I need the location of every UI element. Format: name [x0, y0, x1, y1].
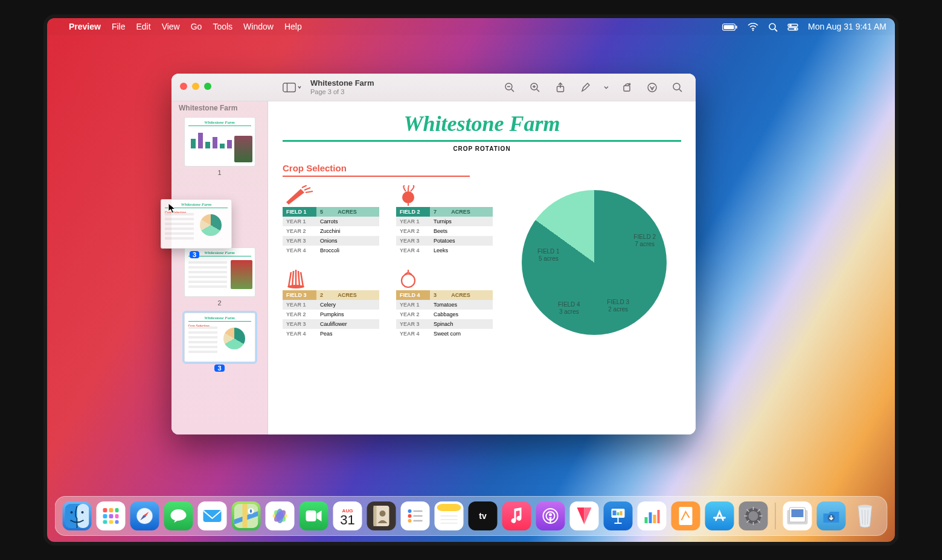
dock-settings[interactable]: [739, 501, 768, 530]
dock-safari[interactable]: [130, 501, 159, 530]
svg-rect-73: [620, 511, 623, 515]
page-title: Whitestone Farm: [283, 111, 681, 136]
markup-menu-chevron-icon[interactable]: [601, 78, 611, 97]
celery-icon: [283, 269, 379, 289]
dragging-thumbnail: Whitestone Farm Crop Selection 3: [161, 199, 231, 249]
dock-pages[interactable]: [671, 501, 700, 530]
svg-point-31: [82, 511, 84, 514]
svg-rect-29: [77, 504, 89, 528]
thumbnails-sidebar[interactable]: Whitestone Farm Whitestone Farm 1 Whites…: [171, 74, 268, 434]
svg-point-9: [794, 28, 796, 30]
dock-downloads[interactable]: [817, 501, 846, 530]
dock-keynote[interactable]: [604, 501, 633, 530]
spotlight-icon[interactable]: [768, 21, 778, 31]
dock-finder[interactable]: [63, 501, 92, 530]
svg-rect-72: [617, 512, 620, 515]
dock-launchpad[interactable]: [97, 501, 126, 530]
sidebar-toggle-button[interactable]: [283, 78, 302, 97]
svg-rect-21: [624, 86, 630, 91]
svg-point-3: [752, 30, 754, 31]
document-viewport[interactable]: Whitestone Farm CROP ROTATION Crop Selec…: [268, 74, 696, 434]
svg-point-69: [549, 514, 552, 517]
svg-point-60: [408, 519, 412, 523]
svg-rect-36: [109, 514, 114, 518]
battery-icon[interactable]: [722, 22, 738, 31]
svg-point-55: [380, 511, 386, 517]
window-subtitle: Page 3 of 3: [310, 88, 374, 95]
svg-rect-2: [736, 26, 737, 29]
field-table-4: FIELD 43ACRES YEAR 1Tomatoes YEAR 2Cabba…: [396, 290, 493, 339]
thumb-label: 1: [217, 169, 221, 176]
markup-button[interactable]: [576, 78, 595, 97]
svg-rect-76: [645, 517, 648, 523]
svg-point-4: [769, 24, 775, 30]
dock-photos[interactable]: [266, 501, 295, 530]
pie-label-field1: FIELD 15 acres: [537, 248, 560, 262]
dock-messages[interactable]: [164, 501, 193, 530]
dock-tv[interactable]: tv: [469, 501, 498, 530]
svg-point-82: [749, 511, 758, 521]
dock-podcasts[interactable]: [536, 501, 565, 530]
acreage-pie-chart: FIELD 15 acres FIELD 27 acres FIELD 32 a…: [522, 190, 667, 335]
dock-music[interactable]: [502, 501, 531, 530]
dock-reminders[interactable]: [401, 501, 430, 530]
zoom-in-button[interactable]: [525, 78, 545, 97]
svg-rect-38: [103, 520, 107, 524]
field-block-1: FIELD 15ACRES YEAR 1Carrots YEAR 2Zucchi…: [283, 185, 379, 255]
page-thumbnail-3[interactable]: Whitestone Farm Crop Selection 3: [179, 313, 260, 372]
page-thumbnail-1[interactable]: Whitestone Farm 1: [179, 117, 260, 176]
sidebar-title: Whitestone Farm: [179, 104, 260, 112]
zoom-out-button[interactable]: [500, 78, 519, 97]
svg-point-23: [673, 83, 680, 90]
field-block-2: FIELD 27ACRES YEAR 1Turnips YEAR 2Beets …: [396, 185, 493, 255]
field-table-1: FIELD 15ACRES YEAR 1Carrots YEAR 2Zucchi…: [283, 207, 379, 255]
dock-calendar[interactable]: AUG31: [333, 501, 362, 530]
menu-tools[interactable]: Tools: [213, 22, 232, 31]
toolbar: Whitestone Farm Page 3 of 3: [171, 74, 696, 101]
control-center-icon[interactable]: [787, 22, 798, 31]
dock-news[interactable]: [570, 501, 599, 530]
field-column-right: FIELD 27ACRES YEAR 1Turnips YEAR 2Beets …: [396, 185, 493, 339]
dock-contacts[interactable]: [367, 501, 396, 530]
drag-count-badge: 3: [190, 251, 199, 258]
highlight-button[interactable]: [642, 78, 662, 97]
svg-line-18: [537, 89, 539, 92]
svg-rect-62: [437, 504, 461, 511]
menu-clock[interactable]: Mon Aug 31 9:41 AM: [808, 22, 886, 31]
window-close-button[interactable]: [180, 83, 187, 90]
dock-maps[interactable]: [232, 501, 261, 530]
dock-facetime[interactable]: [300, 501, 328, 530]
svg-rect-71: [613, 511, 617, 515]
dock-preview-folder[interactable]: [783, 501, 812, 530]
svg-rect-52: [306, 511, 316, 521]
svg-rect-43: [203, 510, 222, 522]
dock-separator: [775, 503, 776, 529]
window-zoom-button[interactable]: [204, 83, 211, 90]
menu-window[interactable]: Window: [243, 22, 274, 31]
menu-help[interactable]: Help: [284, 22, 302, 31]
svg-line-5: [775, 29, 777, 31]
dock-notes[interactable]: [435, 501, 464, 530]
menu-go[interactable]: Go: [191, 22, 202, 31]
dock-appstore[interactable]: [705, 501, 734, 530]
thumb-label: 3: [214, 364, 224, 372]
share-button[interactable]: [551, 78, 570, 97]
app-name[interactable]: Preview: [69, 22, 101, 31]
dock-numbers[interactable]: [638, 501, 667, 530]
search-button[interactable]: [668, 78, 687, 97]
field-column-left: FIELD 15ACRES YEAR 1Carrots YEAR 2Zucchi…: [283, 185, 379, 339]
window-minimize-button[interactable]: [192, 83, 199, 90]
svg-point-27: [402, 274, 415, 287]
svg-line-14: [511, 89, 514, 92]
dock-trash[interactable]: [851, 501, 880, 530]
turnip-icon: [396, 185, 493, 206]
window-controls: [180, 83, 211, 90]
menu-view[interactable]: View: [162, 22, 180, 31]
menu-edit[interactable]: Edit: [136, 22, 151, 31]
pie-label-field3: FIELD 32 acres: [607, 299, 629, 313]
wifi-icon[interactable]: [748, 22, 758, 31]
dock-mail[interactable]: [198, 501, 227, 530]
menu-bar: Preview File Edit View Go Tools Window H…: [47, 18, 895, 35]
rotate-button[interactable]: [617, 78, 636, 97]
menu-file[interactable]: File: [112, 22, 126, 31]
